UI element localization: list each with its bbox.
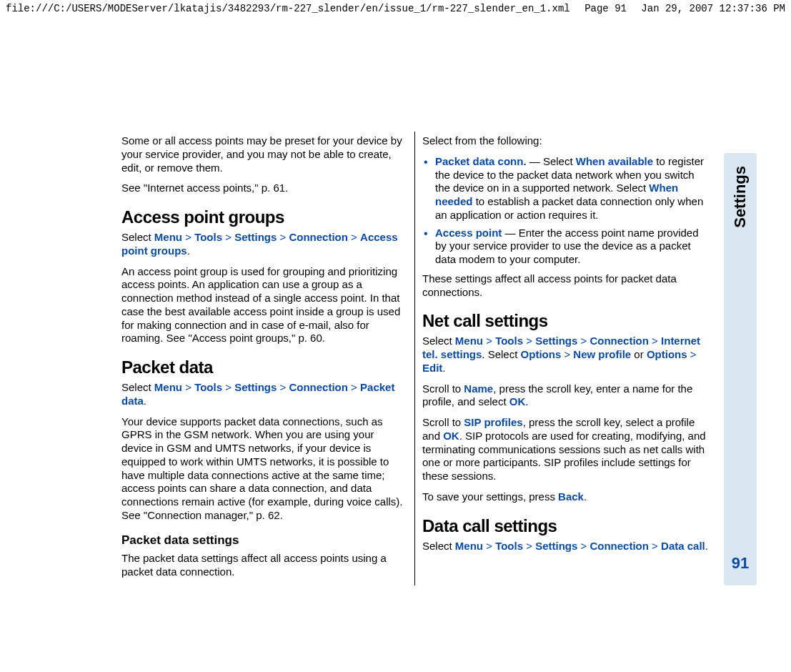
chevron-right-icon: > — [526, 540, 532, 552]
left-column: Some or all access points may be preset … — [121, 132, 415, 585]
settings-link[interactable]: Settings — [234, 231, 277, 243]
right-column: Select from the following: Packet data c… — [415, 132, 714, 585]
tools-link[interactable]: Tools — [194, 381, 222, 393]
section-title-vertical: Settings — [731, 166, 750, 228]
access-point-term: Access point — [435, 227, 502, 239]
page-label: Page 91 — [584, 3, 627, 14]
chevron-right-icon: > — [486, 540, 492, 552]
connection-link[interactable]: Connection — [589, 540, 649, 552]
tools-link[interactable]: Tools — [495, 540, 523, 552]
settings-link[interactable]: Settings — [234, 381, 277, 393]
chevron-right-icon: > — [526, 335, 532, 347]
menu-link[interactable]: Menu — [455, 540, 483, 552]
sip-profiles-link[interactable]: SIP profiles — [464, 416, 522, 428]
list-item: Access point — Enter the access point na… — [422, 227, 708, 267]
packet-data-conn-term: Packet data conn. — [435, 155, 527, 167]
pd-nav-path: Select Menu > Tools > Settings > Connect… — [121, 381, 407, 408]
pd-body: Your device supports packet data connect… — [121, 415, 407, 523]
chevron-right-icon: > — [581, 540, 587, 552]
page-content: Some or all access points may be preset … — [0, 17, 791, 614]
connection-link[interactable]: Connection — [289, 231, 348, 243]
intro-paragraph-2: See "Internet access points," p. 61. — [121, 182, 407, 195]
intro-paragraph-1: Some or all access points may be preset … — [121, 134, 407, 174]
heading-packet-data: Packet data — [121, 357, 407, 378]
options-list: Packet data conn. — Select When availabl… — [422, 155, 708, 267]
chevron-right-icon: > — [564, 348, 570, 360]
after-list-note: These settings affect all access points … — [422, 272, 708, 300]
heading-access-point-groups: Access point groups — [121, 207, 407, 228]
apg-body: An access point group is used for groupi… — [121, 265, 407, 346]
chevron-right-icon: > — [185, 231, 191, 243]
chevron-right-icon: > — [225, 381, 232, 393]
chevron-right-icon: > — [652, 540, 658, 552]
heading-data-call-settings: Data call settings — [422, 515, 708, 537]
ok-link[interactable]: OK — [443, 430, 459, 442]
chevron-right-icon: > — [486, 335, 492, 347]
chevron-right-icon: > — [185, 381, 191, 393]
chevron-right-icon: > — [652, 335, 658, 347]
chevron-right-icon: > — [225, 231, 232, 243]
menu-link[interactable]: Menu — [455, 335, 483, 347]
when-available-link[interactable]: When available — [576, 155, 653, 167]
list-item: Packet data conn. — Select When availabl… — [422, 155, 708, 222]
section-side-tab: Settings 91 — [724, 153, 757, 585]
menu-link[interactable]: Menu — [154, 381, 182, 393]
edit-link[interactable]: Edit — [422, 362, 442, 374]
name-field-link[interactable]: Name — [464, 382, 493, 395]
menu-link[interactable]: Menu — [154, 231, 182, 243]
back-link[interactable]: Back — [558, 490, 584, 503]
new-profile-link[interactable]: New profile — [573, 348, 631, 360]
chevron-right-icon: > — [280, 231, 287, 243]
connection-link[interactable]: Connection — [589, 335, 649, 347]
net-paragraph-name: Scroll to Name, press the scroll key, en… — [422, 382, 708, 410]
ok-link[interactable]: OK — [509, 395, 526, 407]
chevron-right-icon: > — [280, 381, 287, 393]
tools-link[interactable]: Tools — [495, 335, 523, 347]
file-path: file:///C:/USERS/MODEServer/lkatajis/348… — [6, 3, 570, 14]
settings-link[interactable]: Settings — [535, 540, 577, 552]
options-link[interactable]: Options — [647, 348, 687, 360]
settings-link[interactable]: Settings — [535, 335, 577, 347]
connection-link[interactable]: Connection — [289, 381, 348, 393]
chevron-right-icon: > — [351, 231, 357, 243]
pds-body: The packet data settings affect all acce… — [121, 552, 407, 579]
data-call-nav-path: Select Menu > Tools > Settings > Connect… — [422, 540, 708, 553]
net-paragraph-sip: Scroll to SIP profiles, press the scroll… — [422, 416, 708, 483]
header-bar: file:///C:/USERS/MODEServer/lkatajis/348… — [0, 0, 791, 17]
select-from-label: Select from the following: — [422, 134, 708, 148]
net-paragraph-save: To save your settings, press Back. — [422, 490, 708, 504]
options-link[interactable]: Options — [521, 348, 562, 360]
heading-net-call-settings: Net call settings — [422, 310, 708, 332]
timestamp: Jan 29, 2007 12:37:36 PM — [641, 3, 785, 14]
data-call-link[interactable]: Data call — [661, 540, 705, 552]
heading-packet-data-settings: Packet data settings — [121, 533, 407, 548]
chevron-right-icon: > — [581, 335, 587, 347]
apg-nav-path: Select Menu > Tools > Settings > Connect… — [121, 231, 407, 258]
page-number: 91 — [732, 554, 749, 573]
net-nav-path: Select Menu > Tools > Settings > Connect… — [422, 335, 708, 375]
chevron-right-icon: > — [690, 348, 697, 360]
tools-link[interactable]: Tools — [194, 231, 222, 243]
chevron-right-icon: > — [351, 381, 357, 393]
